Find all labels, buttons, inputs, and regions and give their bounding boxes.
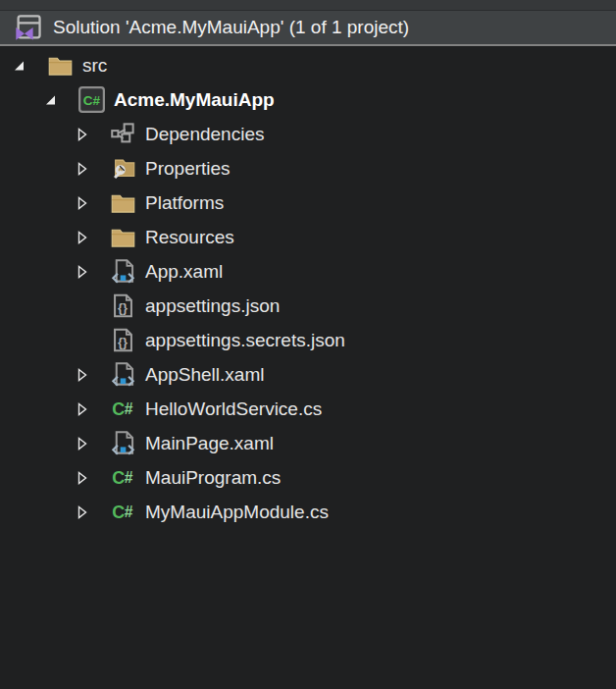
expand-collapsed-arrow-icon[interactable] [75, 161, 90, 177]
tree-item-label: MainPage.xaml [145, 433, 274, 454]
svg-text:{}: {} [118, 335, 128, 349]
expand-collapsed-arrow-icon[interactable] [75, 470, 90, 486]
tree-item-label: MyMauiAppModule.cs [145, 502, 329, 523]
csharp-icon: C# [110, 396, 136, 422]
tree-item-label: App.xaml [145, 261, 223, 283]
tree-item-dependencies[interactable]: Dependencies [0, 117, 616, 151]
tree-item-label: Platforms [145, 192, 224, 214]
tree-item-label: Resources [145, 227, 234, 248]
svg-text:{}: {} [118, 300, 128, 315]
expand-collapsed-arrow-icon[interactable] [75, 504, 90, 520]
tree-item-mauiprogram-cs[interactable]: C#MauiProgram.cs [0, 460, 616, 495]
tree-item-appshell-xaml[interactable]: AppShell.xaml [0, 357, 616, 392]
svg-text:#: # [125, 400, 133, 417]
svg-text:#: # [125, 469, 133, 486]
solution-header-row[interactable]: Solution 'Acme.MyMauiApp' (1 of 1 projec… [0, 11, 616, 46]
tree-item-label: appsettings.json [145, 295, 280, 317]
svg-text:#: # [125, 504, 133, 520]
folder-icon [110, 189, 136, 216]
tree-item-label: appsettings.secrets.json [145, 330, 345, 351]
expand-collapsed-arrow-icon[interactable] [75, 230, 90, 245]
toolbar-edge-strip [0, 0, 616, 11]
tree-item-resources[interactable]: Resources [0, 220, 616, 254]
svg-text:C: C [112, 468, 125, 488]
folder-icon [47, 52, 74, 79]
csharp-icon: C# [110, 464, 136, 491]
tree-item-appsettings-secrets-json[interactable]: {}appsettings.secrets.json [0, 323, 616, 357]
solution-explorer-tree: srcC#Acme.MyMauiAppDependenciesPropertie… [0, 46, 616, 529]
tree-item-mainpage-xaml[interactable]: MainPage.xaml [0, 426, 616, 460]
dependencies-icon [110, 121, 136, 147]
tree-item-label: Acme.MyMauiApp [114, 89, 275, 111]
xaml-icon [110, 258, 136, 285]
solution-icon [14, 14, 43, 41]
folder-icon [110, 224, 136, 250]
tree-item-label: HelloWorldService.cs [145, 398, 322, 420]
expand-expanded-arrow-icon[interactable] [43, 92, 59, 108]
expand-collapsed-arrow-icon[interactable] [75, 195, 90, 211]
json-icon: {} [110, 327, 136, 353]
tree-item-app-xaml[interactable]: App.xaml [0, 254, 616, 289]
expand-collapsed-arrow-icon[interactable] [75, 367, 90, 383]
expand-collapsed-arrow-icon[interactable] [75, 436, 90, 451]
expand-collapsed-arrow-icon[interactable] [75, 401, 90, 417]
tree-item-label: src [82, 55, 107, 77]
arrow-spacer [75, 298, 90, 314]
tree-item-mymauiappmodule-cs[interactable]: C#MyMauiAppModule.cs [0, 495, 616, 529]
expand-collapsed-arrow-icon[interactable] [75, 264, 90, 280]
xaml-icon [110, 361, 136, 388]
tree-item-label: Dependencies [145, 124, 264, 145]
tree-item-label: MauiProgram.cs [145, 467, 281, 489]
svg-text:C: C [112, 399, 125, 419]
expand-collapsed-arrow-icon[interactable] [75, 127, 90, 142]
tree-item-label: Properties [145, 158, 231, 180]
tree-item-platforms[interactable]: Platforms [0, 186, 616, 220]
csharp-icon: C# [110, 499, 136, 525]
folder-wrench-icon [110, 155, 136, 182]
csproject-icon: C# [78, 86, 105, 113]
expand-expanded-arrow-icon[interactable] [12, 58, 27, 74]
tree-item-src[interactable]: src [0, 48, 616, 82]
svg-text:C#: C# [83, 93, 101, 108]
tree-item-label: AppShell.xaml [145, 364, 264, 386]
svg-text:C: C [112, 503, 125, 522]
tree-item-properties[interactable]: Properties [0, 151, 616, 186]
xaml-icon [110, 430, 136, 456]
tree-item-appsettings-json[interactable]: {}appsettings.json [0, 289, 616, 323]
arrow-spacer [75, 333, 90, 348]
tree-item-helloworldservice-cs[interactable]: C#HelloWorldService.cs [0, 392, 616, 426]
json-icon: {} [110, 292, 136, 319]
tree-item-acme-mymauiapp[interactable]: C#Acme.MyMauiApp [0, 82, 616, 117]
solution-title: Solution 'Acme.MyMauiApp' (1 of 1 projec… [53, 17, 409, 38]
